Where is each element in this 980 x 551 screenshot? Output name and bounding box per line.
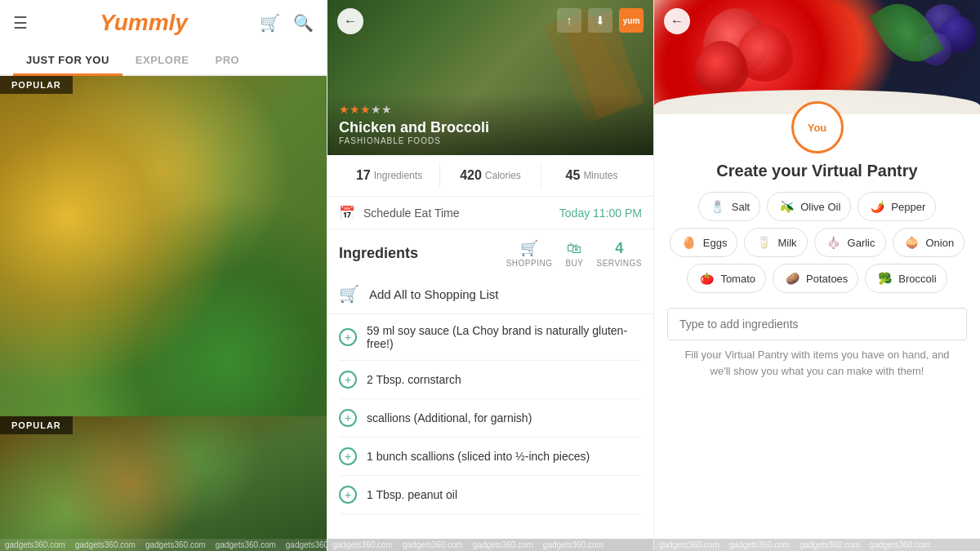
ingredient-item-4[interactable]: + 1 bunch scallions (sliced into ½-inch … — [339, 438, 642, 476]
add-all-button[interactable]: 🛒 Add All to Shopping List — [327, 274, 653, 314]
wm-right-4: gadgets360.com — [865, 539, 935, 551]
menu-icon[interactable]: ☰ — [13, 13, 28, 33]
add-ingredient-5-button[interactable]: + — [339, 486, 357, 504]
wm-right-1: gadgets360.com — [654, 539, 724, 551]
ingredient-item-2[interactable]: + 2 Tbsp. cornstarch — [339, 361, 642, 399]
buy-action[interactable]: 🛍 BUY — [565, 240, 583, 268]
onion-label: Onion — [926, 237, 955, 249]
featured-recipe-card[interactable]: POPULAR One Pot Chicken Broccoli and Ric… — [0, 76, 327, 551]
schedule-icon: 📅 — [339, 205, 355, 220]
second-recipe-bg — [0, 416, 327, 551]
ingredient-2-text: 2 Tbsp. cornstarch — [367, 373, 461, 386]
olive-oil-icon: 🫒 — [777, 198, 795, 216]
wm-right-2: gadgets360.com — [724, 539, 795, 551]
popular-badge-2: POPULAR — [0, 416, 73, 434]
watermark-2: gadgets360.com — [70, 539, 140, 551]
main-tabs: JUST FOR YOU EXPLORE PRO — [0, 46, 327, 76]
tab-just-for-you[interactable]: JUST FOR YOU — [13, 46, 122, 74]
ingredient-list: + 59 ml soy sauce (La Choy brand is natu… — [327, 314, 653, 539]
header-actions: 🛒 🔍 — [260, 13, 314, 33]
search-icon[interactable]: 🔍 — [293, 13, 314, 33]
yum-button[interactable]: yum — [619, 8, 644, 33]
star-rating: ★★★★★ — [339, 103, 642, 116]
pantry-tag-pepper[interactable]: 🌶️ Pepper — [858, 192, 936, 221]
minutes-count: 45 — [566, 168, 581, 183]
onion-icon: 🧅 — [903, 233, 921, 251]
watermark-3: gadgets360.com — [140, 539, 211, 551]
pantry-tag-onion[interactable]: 🧅 Onion — [893, 228, 965, 257]
download-button[interactable]: ⬇ — [588, 8, 612, 33]
pantry-tag-salt[interactable]: 🧂 Salt — [698, 192, 760, 221]
shopping-cart-icon: 🛒 — [520, 239, 538, 257]
eggs-icon: 🥚 — [680, 233, 698, 251]
cart-icon[interactable]: 🛒 — [260, 13, 280, 33]
garlic-label: Garlic — [848, 237, 875, 249]
pepper-label: Pepper — [891, 201, 925, 213]
tab-explore[interactable]: EXPLORE — [122, 46, 203, 74]
watermark-5: gadgets360.com — [281, 539, 327, 551]
tomato-label: Tomato — [720, 273, 755, 285]
middle-panel: ← ↑ ⬇ yum ★★★★★ Chicken and Broccoli FAS… — [327, 0, 653, 551]
ingredient-1-text: 59 ml soy sauce (La Choy brand is natura… — [367, 324, 642, 350]
tomato-icon: 🍅 — [697, 269, 715, 287]
ingredient-item-1[interactable]: + 59 ml soy sauce (La Choy brand is natu… — [339, 314, 642, 361]
pantry-tag-tomato[interactable]: 🍅 Tomato — [687, 264, 766, 293]
schedule-row[interactable]: 📅 Schedule Eat Time Today 11:00 PM — [327, 197, 653, 229]
servings-control: 4 SERVINGS — [597, 240, 643, 268]
schedule-time: Today 11:00 PM — [559, 207, 642, 220]
stat-ingredients: 17 Ingredients — [339, 168, 439, 183]
add-ingredient-3-button[interactable]: + — [339, 409, 357, 427]
watermark-4: gadgets360.com — [211, 539, 281, 551]
potatoes-icon: 🥔 — [783, 269, 801, 287]
share-button[interactable]: ↑ — [557, 8, 581, 33]
ingredient-4-text: 1 bunch scallions (sliced into ½-inch pi… — [367, 450, 590, 463]
ingredient-item-3[interactable]: + scallions (Additional, for garnish) — [339, 399, 642, 438]
pantry-tag-garlic[interactable]: 🧄 Garlic — [814, 228, 886, 257]
add-ingredient-1-button[interactable]: + — [339, 328, 357, 346]
ingredient-3-text: scallions (Additional, for garnish) — [367, 411, 532, 424]
wm-middle-2: gadgets360.com — [398, 539, 468, 551]
broccoli-icon: 🥦 — [875, 269, 893, 287]
add-all-label: Add All to Shopping List — [369, 287, 498, 301]
ingredient-item-5[interactable]: + 1 Tbsp. peanut oil — [339, 476, 642, 514]
pantry-tag-potatoes[interactable]: 🥔 Potatoes — [773, 264, 858, 293]
calories-count: 420 — [460, 168, 482, 183]
shopping-label: SHOPPING — [506, 259, 553, 268]
middle-watermark: gadgets360.com gadgets360.com gadgets360… — [327, 539, 653, 551]
servings-label: SERVINGS — [597, 259, 643, 268]
tab-pro[interactable]: PRO — [202, 46, 252, 74]
popular-badge-1: POPULAR — [0, 76, 73, 94]
minutes-label: Minutes — [583, 170, 617, 181]
pantry-avatar-wrapper: You — [791, 101, 844, 153]
second-recipe-card[interactable]: POPULAR gadgets360.com gadgets360.com ga… — [0, 416, 327, 551]
right-back-button[interactable]: ← — [664, 8, 690, 34]
wm-middle-1: gadgets360.com — [327, 539, 398, 551]
wm-right-3: gadgets360.com — [795, 539, 865, 551]
buy-bag-icon: 🛍 — [567, 240, 581, 257]
back-button[interactable]: ← — [337, 8, 363, 34]
milk-label: Milk — [777, 237, 796, 249]
right-watermark: gadgets360.com gadgets360.com gadgets360… — [654, 539, 980, 551]
hero-actions: ↑ ⬇ yum — [557, 8, 644, 33]
add-ingredient-4-button[interactable]: + — [339, 447, 357, 465]
ingredient-5-text: 1 Tbsp. peanut oil — [367, 488, 457, 501]
calories-label: Calories — [485, 170, 521, 181]
pantry-input-wrapper[interactable] — [667, 308, 967, 340]
watermark-bar: gadgets360.com gadgets360.com gadgets360… — [0, 539, 327, 551]
pantry-input[interactable] — [679, 318, 955, 331]
pantry-tag-eggs[interactable]: 🥚 Eggs — [670, 228, 738, 257]
schedule-label: Schedule Eat Time — [363, 207, 551, 220]
user-avatar[interactable]: You — [791, 101, 844, 153]
pantry-tag-olive-oil[interactable]: 🫒 Olive Oil — [767, 192, 851, 221]
pantry-tags-grid: 🧂 Salt 🫒 Olive Oil 🌶️ Pepper 🥚 Eggs 🥛 Mi… — [667, 192, 967, 293]
salt-label: Salt — [732, 201, 750, 213]
eggs-label: Eggs — [703, 237, 728, 249]
hero-info: ★★★★★ Chicken and Broccoli FASHIONABLE F… — [327, 93, 653, 155]
right-hero: ← — [654, 0, 980, 114]
pantry-tag-broccoli[interactable]: 🥦 Broccoli — [865, 264, 947, 293]
shopping-action[interactable]: 🛒 SHOPPING — [506, 239, 553, 268]
ingredients-title: Ingredients — [339, 245, 506, 262]
add-ingredient-2-button[interactable]: + — [339, 371, 357, 389]
garlic-icon: 🧄 — [825, 233, 843, 251]
pantry-tag-milk[interactable]: 🥛 Milk — [744, 228, 807, 257]
